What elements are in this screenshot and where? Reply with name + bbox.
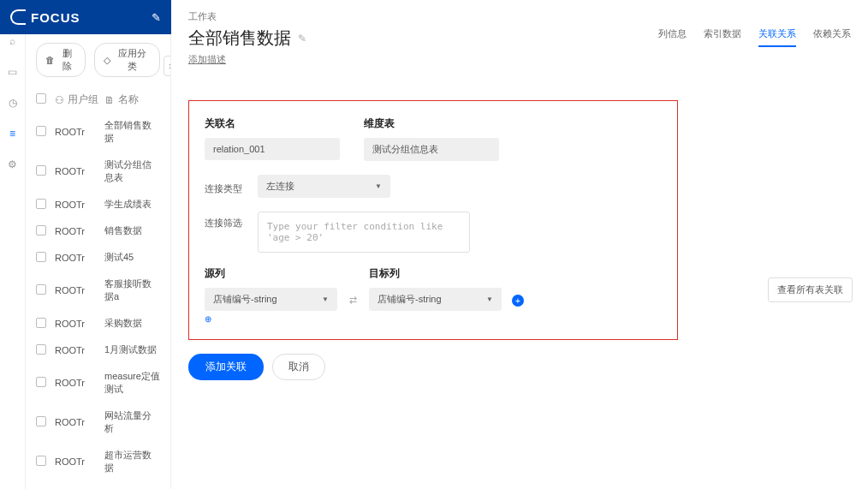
row-user: ROOTr	[55, 253, 104, 263]
cancel-button[interactable]: 取消	[272, 354, 325, 380]
row-name: 采购数据	[104, 317, 160, 330]
add-column-pair-button[interactable]: +	[512, 295, 524, 307]
table-row[interactable]: ROOTrmeasure定值测试	[26, 363, 170, 403]
icon-rail: ⌕▭◷≡⚙	[0, 0, 26, 489]
trash-icon: 🗑	[45, 55, 55, 65]
source-col-label: 源列	[205, 266, 337, 281]
row-checkbox[interactable]	[36, 344, 46, 355]
table-row[interactable]: ROOTr2018年上半年综合明细表	[26, 481, 170, 489]
row-checkbox[interactable]	[36, 165, 46, 176]
table-row[interactable]: ROOTr测试分组信息表	[26, 152, 170, 191]
category-label: 应用分类	[114, 47, 151, 73]
chevron-down-icon: ▼	[375, 182, 382, 190]
compose-icon[interactable]: ✎	[152, 11, 161, 24]
col-user-header: ⚇ 用户组	[55, 92, 104, 107]
view-all-relations-button[interactable]: 查看所有表关联	[768, 277, 853, 302]
table-row[interactable]: ROOTr全部销售数据	[26, 112, 170, 152]
row-user: ROOTr	[55, 456, 104, 467]
join-type-select[interactable]: 左连接 ▼	[258, 175, 390, 198]
link-icon: ⇄	[348, 295, 359, 306]
row-name: 测试分组信息表	[104, 158, 160, 184]
target-col-label: 目标列	[369, 266, 502, 281]
dim-table-label: 维度表	[364, 116, 499, 131]
brand-name: FOCUS	[31, 10, 80, 25]
table-row[interactable]: ROOTr测试45	[26, 244, 170, 271]
search-icon[interactable]: ⌕	[6, 34, 20, 48]
tab[interactable]: 索引数据	[704, 27, 741, 47]
relation-name-label: 关联名	[205, 116, 340, 131]
sidebar-list-header: ⚇ 用户组 🗎 名称	[26, 87, 170, 112]
main-content: 工作表 全部销售数据 ✎ 添加描述 列信息索引数据关联关系依赖关系 关联名 维度…	[171, 0, 868, 489]
sidebar: 🗑 删除 ◇ 应用分类 ⚇ 用户组 🗎 名称 ROOTr全部销售数据ROOTr测…	[26, 0, 171, 489]
logo-icon	[10, 9, 26, 25]
tab[interactable]: 列信息	[658, 27, 687, 47]
breadcrumb: 工作表	[188, 10, 851, 23]
tab[interactable]: 关联关系	[758, 27, 796, 47]
users-icon: ⚇	[55, 94, 64, 106]
row-name: 全部销售数据	[104, 119, 160, 145]
table-row[interactable]: ROOTr学生成绩表	[26, 191, 170, 218]
tabs: 列信息索引数据关联关系依赖关系	[658, 27, 851, 47]
row-name: 1月测试数据	[104, 343, 160, 356]
row-checkbox[interactable]	[36, 416, 46, 426]
header-logo: FOCUS ✎	[0, 0, 171, 34]
table-row[interactable]: ROOTr客服接听数据a	[26, 271, 170, 310]
dim-table-select[interactable]: 测试分组信息表	[364, 138, 499, 161]
row-checkbox[interactable]	[36, 318, 46, 328]
table-row[interactable]: ROOTr1月测试数据	[26, 337, 170, 363]
submit-button[interactable]: 添加关联	[188, 354, 264, 380]
delete-button[interactable]: 🗑 删除	[36, 43, 86, 77]
row-user: ROOTr	[55, 200, 104, 210]
page-title: 全部销售数据	[188, 27, 291, 50]
join-type-label: 连接类型	[205, 177, 247, 195]
row-checkbox[interactable]	[36, 456, 46, 466]
row-user: ROOTr	[55, 417, 104, 427]
row-user: ROOTr	[55, 127, 104, 137]
table-icon[interactable]: ▭	[6, 65, 20, 79]
row-checkbox[interactable]	[36, 126, 46, 136]
chevron-down-icon: ▼	[322, 295, 329, 303]
row-checkbox[interactable]	[36, 199, 46, 209]
row-name: 销售数据	[104, 224, 160, 237]
table-row[interactable]: ROOTr销售数据	[26, 218, 170, 244]
row-checkbox[interactable]	[36, 377, 46, 387]
row-checkbox[interactable]	[36, 225, 46, 236]
row-user: ROOTr	[55, 345, 104, 355]
table-row[interactable]: ROOTr采购数据	[26, 310, 170, 337]
row-name: measure定值测试	[104, 370, 160, 396]
source-col-select[interactable]: 店铺编号-string ▼	[205, 288, 337, 311]
row-name: 超市运营数据	[104, 449, 160, 474]
row-name: 测试45	[104, 251, 160, 264]
table-row[interactable]: ROOTr网站流量分析	[26, 403, 170, 442]
add-row-icon[interactable]: ⊕	[205, 314, 662, 324]
add-description-link[interactable]: 添加描述	[188, 53, 226, 66]
tab[interactable]: 依赖关系	[813, 27, 851, 47]
row-user: ROOTr	[55, 319, 104, 329]
expand-sidebar-handle[interactable]: ›	[163, 56, 171, 76]
select-all-checkbox[interactable]	[36, 93, 46, 104]
category-button[interactable]: ◇ 应用分类	[94, 43, 160, 77]
tag-icon: ◇	[104, 55, 110, 66]
relation-form: 关联名 维度表 测试分组信息表 连接类型 左连接 ▼ 连接筛选	[188, 100, 678, 340]
delete-label: 删除	[58, 47, 76, 73]
row-user: ROOTr	[55, 285, 104, 295]
row-user: ROOTr	[55, 166, 104, 176]
filter-label: 连接筛选	[205, 212, 247, 230]
edit-title-icon[interactable]: ✎	[298, 33, 306, 45]
row-checkbox[interactable]	[36, 252, 46, 262]
row-name: 网站流量分析	[104, 409, 160, 435]
row-user: ROOTr	[55, 226, 104, 236]
chevron-down-icon: ▼	[486, 295, 493, 303]
filter-textarea[interactable]	[258, 212, 470, 253]
doc-icon: 🗎	[104, 94, 115, 106]
row-user: ROOTr	[55, 378, 104, 388]
gear-icon[interactable]: ⚙	[6, 158, 20, 171]
clock-icon[interactable]: ◷	[6, 96, 20, 110]
relation-name-input[interactable]	[205, 138, 340, 160]
row-checkbox[interactable]	[36, 284, 46, 295]
row-name: 客服接听数据a	[104, 277, 160, 303]
table-row[interactable]: ROOTr超市运营数据	[26, 442, 170, 481]
row-name: 学生成绩表	[104, 198, 160, 211]
target-col-select[interactable]: 店铺编号-string ▼	[369, 288, 502, 311]
list-icon[interactable]: ≡	[6, 127, 20, 140]
